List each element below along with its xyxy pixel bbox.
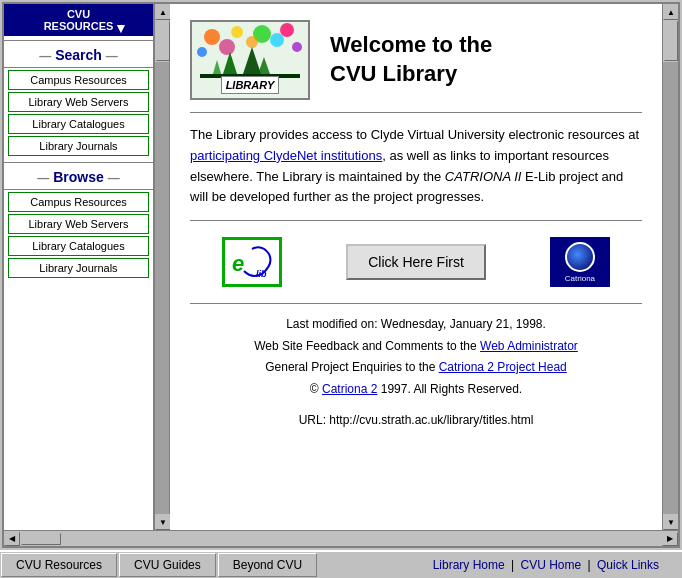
intro-text: The Library provides access to Clyde Vir…: [190, 125, 642, 208]
url-text: URL: http://cvu.strath.ac.uk/library/tit…: [190, 413, 642, 427]
footer-line3-pre: General Project Enquiries to the: [265, 360, 438, 374]
browse-section: — Browse — Campus Resources Library Web …: [4, 162, 153, 280]
project-head-link[interactable]: Catriona 2 Project Head: [439, 360, 567, 374]
footer-line2: Web Site Feedback and Comments to the We…: [190, 336, 642, 358]
footer-line3: General Project Enquiries to the Catrion…: [190, 357, 642, 379]
separator-2: |: [588, 558, 594, 572]
search-library-journals-btn[interactable]: Library Journals: [8, 136, 149, 156]
library-home-link[interactable]: Library Home: [433, 558, 505, 572]
sidebar-header-text: CVU RESOURCES: [44, 8, 114, 32]
browse-library-journals-btn[interactable]: Library Journals: [8, 258, 149, 278]
library-logo-label: LIBRARY: [221, 76, 280, 94]
divider-2: [190, 220, 642, 221]
bottom-links: Library Home | CVU Home | Quick Links: [430, 558, 662, 572]
button-row: e lib Click Here First Catriona: [190, 237, 642, 287]
browse-library-web-btn[interactable]: Library Web Servers: [8, 214, 149, 234]
main-content: LIBRARY Welcome to the CVU Library The L…: [170, 4, 662, 530]
search-section-label: Search: [55, 47, 102, 63]
browse-section-label: Browse: [53, 169, 104, 185]
catriona-label: Catriona: [565, 274, 595, 283]
cvu-guides-button[interactable]: CVU Guides: [119, 553, 216, 577]
elib-svg: e lib: [224, 239, 280, 285]
browse-campus-btn[interactable]: Campus Resources: [8, 192, 149, 212]
svg-text:e: e: [232, 251, 244, 276]
scroll-right-arrow[interactable]: ▶: [662, 532, 678, 546]
scroll-down-arrow[interactable]: ▼: [155, 514, 171, 530]
svg-point-1: [204, 29, 220, 45]
cvu-resources-button[interactable]: CVU Resources: [1, 553, 117, 577]
main-scroll-track: [663, 62, 678, 514]
svg-point-7: [246, 36, 258, 48]
sidebar: CVU RESOURCES ▼ — Search — Campus Resour…: [4, 4, 154, 530]
divider-3: [190, 303, 642, 304]
divider-1: [190, 112, 642, 113]
main-scrollbar[interactable]: ▲ ▼: [662, 4, 678, 530]
scroll-thumb-h[interactable]: [21, 533, 61, 545]
search-section-title: — Search —: [4, 40, 153, 68]
svg-point-6: [219, 39, 235, 55]
browse-library-cat-btn[interactable]: Library Catalogues: [8, 236, 149, 256]
search-library-cat-btn[interactable]: Library Catalogues: [8, 114, 149, 134]
beyond-cvu-button[interactable]: Beyond CVU: [218, 553, 317, 577]
footer-line4: © Catriona 2 1997. All Rights Reserved.: [190, 379, 642, 401]
scroll-track: [155, 62, 169, 514]
svg-point-4: [280, 23, 294, 37]
svg-point-9: [292, 42, 302, 52]
quick-links-link[interactable]: Quick Links: [597, 558, 659, 572]
click-here-button[interactable]: Click Here First: [346, 244, 486, 280]
sidebar-scrollbar[interactable]: ▲ ▼: [154, 4, 170, 530]
cvu-home-link[interactable]: CVU Home: [520, 558, 581, 572]
elib-icon: e lib: [222, 237, 282, 287]
catriona2-link[interactable]: Catriona 2: [322, 382, 377, 396]
catriona-globe: [565, 242, 595, 272]
welcome-title: Welcome to the CVU Library: [330, 31, 492, 88]
footer-text: Last modified on: Wednesday, January 21,…: [190, 314, 642, 400]
svg-point-5: [197, 47, 207, 57]
search-library-web-btn[interactable]: Library Web Servers: [8, 92, 149, 112]
sidebar-header: CVU RESOURCES ▼: [4, 4, 153, 36]
svg-point-8: [270, 33, 284, 47]
scroll-up-arrow[interactable]: ▲: [155, 4, 171, 20]
browse-section-title: — Browse —: [4, 162, 153, 190]
scroll-left-arrow[interactable]: ◀: [4, 532, 20, 546]
library-logo: LIBRARY: [190, 20, 310, 100]
footer-line4-post: 1997. All Rights Reserved.: [377, 382, 522, 396]
bottom-nav-bar: CVU Resources CVU Guides Beyond CVU Libr…: [0, 550, 682, 578]
main-scroll-down[interactable]: ▼: [663, 514, 678, 530]
clydenet-link[interactable]: participating ClydeNet institutions: [190, 148, 382, 163]
footer-line1: Last modified on: Wednesday, January 21,…: [190, 314, 642, 336]
scroll-thumb[interactable]: [156, 21, 170, 61]
separator-1: |: [511, 558, 517, 572]
catriona-icon: Catriona: [550, 237, 610, 287]
bottom-scrollbar[interactable]: ◀ ▶: [4, 530, 678, 546]
search-section: — Search — Campus Resources Library Web …: [4, 40, 153, 158]
main-scroll-up[interactable]: ▲: [663, 4, 678, 20]
web-admin-link[interactable]: Web Administrator: [480, 339, 578, 353]
main-scroll-thumb[interactable]: [664, 21, 678, 61]
footer-line4-pre: ©: [310, 382, 322, 396]
search-campus-btn[interactable]: Campus Resources: [8, 70, 149, 90]
welcome-header: LIBRARY Welcome to the CVU Library: [190, 20, 642, 100]
svg-text:lib: lib: [256, 269, 267, 279]
footer-line2-pre: Web Site Feedback and Comments to the: [254, 339, 480, 353]
catriona-italic: CATRIONA II: [445, 169, 522, 184]
svg-point-2: [231, 26, 243, 38]
